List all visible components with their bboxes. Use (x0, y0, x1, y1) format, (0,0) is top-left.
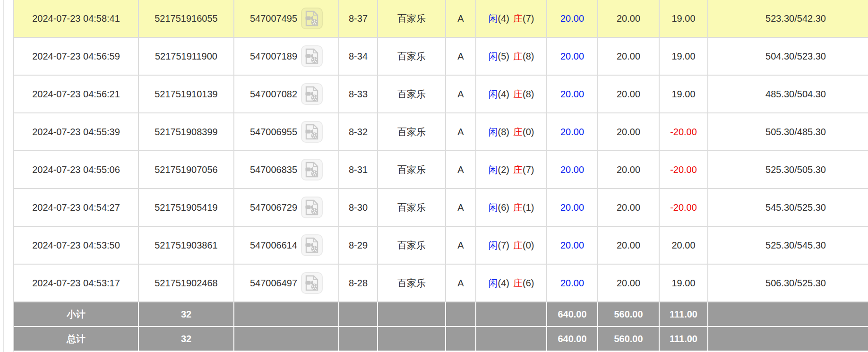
player-label: 闲 (489, 163, 498, 176)
cell-bet-id: 521751916055 (139, 0, 234, 37)
cell-game-id: 547006614 (234, 227, 339, 264)
cell-round: 8-33 (339, 76, 378, 112)
video-replay-button[interactable] (301, 159, 323, 180)
summary-row: 总计 32 640.00 560.00 111.00 (14, 327, 868, 352)
bet-amount-link[interactable]: 20.00 (560, 13, 584, 24)
cell-win-loss: 19.00 (660, 0, 708, 37)
banker-label: 庄 (513, 12, 523, 25)
banker-label: 庄 (513, 163, 523, 176)
cell-bet-id: 521751910139 (139, 76, 234, 112)
table-row[interactable]: 2024-07-23 04:53:17 521751902468 5470064… (14, 265, 868, 302)
bet-amount-link[interactable]: 20.00 (560, 51, 584, 62)
player-points: (6) (498, 202, 509, 213)
summary-empty (234, 302, 339, 326)
bet-amount-link[interactable]: 20.00 (560, 278, 584, 289)
cell-valid-amount: 20.00 (598, 151, 660, 188)
video-replay-button[interactable] (301, 272, 323, 294)
bet-amount-link[interactable]: 20.00 (560, 164, 584, 175)
cell-round: 8-29 (339, 227, 378, 264)
cell-table-code: A (446, 76, 476, 112)
cell-game-type: 百家乐 (378, 113, 446, 150)
banker-points: (0) (523, 240, 534, 251)
table-row[interactable]: 2024-07-23 04:56:59 521751911900 5470071… (14, 38, 868, 76)
player-label: 闲 (489, 239, 498, 252)
cell-bet-amount: 20.00 (547, 189, 598, 226)
cell-win-loss: 19.00 (660, 38, 708, 75)
cell-bet-amount: 20.00 (547, 151, 598, 188)
video-replay-button[interactable] (301, 83, 323, 105)
cell-win-loss: -20.00 (660, 189, 708, 226)
summary-empty (476, 327, 547, 351)
video-replay-button[interactable] (301, 121, 323, 143)
cell-bet-time: 2024-07-23 04:56:59 (14, 38, 139, 75)
cell-balance: 504.30/523.30 (708, 38, 868, 75)
cell-game-type: 百家乐 (378, 76, 446, 112)
summary-empty (708, 327, 868, 351)
cell-game-type: 百家乐 (378, 0, 446, 37)
cell-bet-id: 521751911900 (139, 38, 234, 75)
table-row[interactable]: 2024-07-23 04:54:27 521751905419 5470067… (14, 189, 868, 227)
cell-balance: 525.30/545.30 (708, 227, 868, 264)
video-replay-button[interactable] (301, 45, 323, 67)
video-file-icon (305, 199, 319, 215)
cell-bet-amount: 20.00 (547, 0, 598, 37)
banker-label: 庄 (513, 201, 523, 214)
cell-table-code: A (446, 189, 476, 226)
cell-bet-time: 2024-07-23 04:58:41 (14, 0, 139, 37)
cell-win-loss: 20.00 (660, 227, 708, 264)
bet-amount-link[interactable]: 20.00 (560, 89, 584, 100)
cell-balance: 545.30/525.30 (708, 189, 868, 226)
cell-bet-time: 2024-07-23 04:53:50 (14, 227, 139, 264)
cell-bet-id: 521751905419 (139, 189, 234, 226)
cell-result: 闲(4)庄(6) (476, 265, 547, 301)
cell-table-code: A (446, 265, 476, 301)
game-id-text: 547007082 (250, 89, 297, 100)
cell-valid-amount: 20.00 (598, 189, 660, 226)
bet-history-table: 2024-07-23 04:58:41 521751916055 5470074… (13, 0, 868, 352)
bet-amount-link[interactable]: 20.00 (560, 240, 584, 251)
cell-game-type: 百家乐 (378, 227, 446, 264)
player-points: (4) (498, 278, 509, 289)
table-row[interactable]: 2024-07-23 04:53:50 521751903861 5470066… (14, 227, 868, 265)
cell-result: 闲(2)庄(7) (476, 151, 547, 188)
cell-table-code: A (446, 0, 476, 37)
table-summary: 小计 32 640.00 560.00 111.00 总计 32 640.00 … (14, 302, 868, 352)
bet-amount-link[interactable]: 20.00 (560, 127, 584, 137)
cell-game-type: 百家乐 (378, 38, 446, 75)
cell-game-id: 547007495 (234, 0, 339, 37)
cell-game-id: 547006497 (234, 265, 339, 301)
summary-empty (446, 327, 476, 351)
cell-table-code: A (446, 38, 476, 75)
cell-bet-amount: 20.00 (547, 113, 598, 150)
video-replay-button[interactable] (301, 234, 323, 256)
summary-row: 小计 32 640.00 560.00 111.00 (14, 302, 868, 327)
banker-points: (7) (523, 164, 534, 175)
banker-points: (7) (523, 13, 534, 24)
video-replay-button[interactable] (301, 8, 323, 29)
banker-points: (1) (523, 202, 534, 213)
cell-table-code: A (446, 113, 476, 150)
cell-result: 闲(4)庄(7) (476, 0, 547, 37)
summary-winloss-total: 111.00 (660, 327, 708, 351)
table-row[interactable]: 2024-07-23 04:58:41 521751916055 5470074… (14, 0, 868, 38)
game-id-text: 547007189 (250, 51, 297, 62)
table-row[interactable]: 2024-07-23 04:55:06 521751907056 5470068… (14, 151, 868, 189)
summary-empty (708, 302, 868, 326)
table-body: 2024-07-23 04:58:41 521751916055 5470074… (14, 0, 868, 302)
cell-balance: 505.30/485.30 (708, 113, 868, 150)
game-id-text: 547006614 (250, 240, 297, 251)
summary-label: 总计 (14, 327, 139, 351)
cell-balance: 525.30/505.30 (708, 151, 868, 188)
video-replay-button[interactable] (301, 197, 323, 218)
cell-win-loss: -20.00 (660, 151, 708, 188)
player-label: 闲 (489, 50, 498, 63)
summary-count: 32 (139, 302, 234, 326)
cell-bet-time: 2024-07-23 04:55:39 (14, 113, 139, 150)
bet-amount-link[interactable]: 20.00 (560, 202, 584, 213)
cell-balance: 506.30/525.30 (708, 265, 868, 301)
summary-empty (378, 327, 446, 351)
summary-count: 32 (139, 327, 234, 351)
cell-game-id: 547006729 (234, 189, 339, 226)
table-row[interactable]: 2024-07-23 04:55:39 521751908399 5470069… (14, 113, 868, 151)
table-row[interactable]: 2024-07-23 04:56:21 521751910139 5470070… (14, 76, 868, 113)
